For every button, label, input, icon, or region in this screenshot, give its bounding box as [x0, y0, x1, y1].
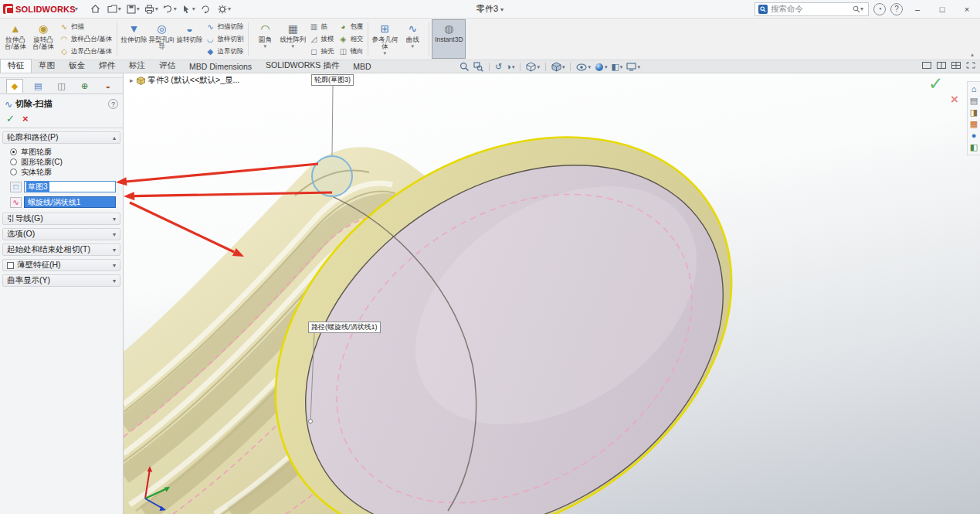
mirror-button[interactable]: ◫镜向: [336, 46, 365, 57]
apply-scene-icon[interactable]: ◧▾: [611, 63, 622, 71]
appearance-caret-icon[interactable]: ▾: [605, 64, 608, 70]
profile-path-header[interactable]: 轮廓和路径(P) ▴: [2, 131, 120, 144]
tab-weldments[interactable]: 焊件: [92, 60, 122, 73]
two-view-icon[interactable]: [937, 62, 946, 69]
profile-selection-field[interactable]: 草图3: [24, 181, 116, 192]
zoom-fit-icon[interactable]: [459, 62, 470, 72]
curvature-display-header[interactable]: 曲率显示(Y) ▾: [2, 274, 120, 287]
profile-sketch-circle[interactable]: [312, 156, 352, 196]
window-minimize-button[interactable]: –: [907, 2, 927, 17]
home-icon[interactable]: [87, 2, 104, 16]
displaymanager-tab[interactable]: ◒: [100, 79, 117, 93]
previous-view-icon[interactable]: ↺: [495, 63, 502, 71]
reference-geometry-caret-icon[interactable]: ▾: [384, 51, 387, 56]
zoom-area-icon[interactable]: [473, 62, 483, 72]
configurationmanager-tab[interactable]: ◫: [53, 79, 70, 93]
instant3d-button[interactable]: ◍ Instant3D: [432, 19, 466, 59]
view-orientation-icon[interactable]: ▾: [526, 62, 540, 72]
help-icon[interactable]: ?: [890, 3, 903, 15]
curves-button[interactable]: ∿ 曲线 ▾: [398, 19, 426, 59]
thin-feature-checkbox[interactable]: [7, 262, 14, 269]
revolve-cut-button[interactable]: ◒ 旋转切除: [175, 19, 203, 59]
curves-caret-icon[interactable]: ▾: [412, 44, 415, 49]
display-style-caret-icon[interactable]: ▾: [562, 64, 565, 70]
collapse-chevron-icon[interactable]: ▴: [113, 134, 116, 141]
brand-caret-icon[interactable]: ▾: [75, 5, 78, 12]
hide-show-items-icon[interactable]: ▾: [576, 63, 591, 71]
tab-features[interactable]: 特征: [0, 59, 32, 73]
hole-wizard-button[interactable]: ◎ 异型孔向导: [148, 19, 175, 59]
expand-chevron-icon[interactable]: ▾: [113, 262, 116, 269]
intersect-button[interactable]: ◈相交: [336, 33, 365, 45]
expand-chevron-icon[interactable]: ▾: [113, 231, 116, 238]
linear-pattern-button[interactable]: ▦ 线性阵列 ▾: [279, 19, 307, 59]
breadcrumb[interactable]: ▸ 零件3 (默认<<默认>_显...: [130, 75, 239, 86]
display-style-icon[interactable]: ▾: [551, 62, 565, 72]
sketch-profile-option[interactable]: 草图轮廓: [10, 147, 117, 157]
tab-mbd-dimensions[interactable]: MBD Dimensions: [182, 61, 259, 73]
guide-curves-header[interactable]: 引导线(G) ▾: [2, 213, 120, 225]
edit-appearance-icon[interactable]: ▾: [595, 63, 608, 72]
thin-feature-header[interactable]: 薄壁特征(H) ▾: [2, 259, 120, 271]
ribbon-collapse-icon[interactable]: ▴: [971, 51, 974, 58]
revolve-boss-button[interactable]: ◉ 旋转凸台/基体: [29, 19, 57, 59]
view-palette-icon[interactable]: ▦: [970, 120, 978, 128]
search-caret-icon[interactable]: ▾: [860, 5, 863, 12]
fillet-caret-icon[interactable]: ▾: [264, 44, 267, 49]
tab-sketch[interactable]: 草图: [32, 60, 62, 73]
extrude-boss-button[interactable]: ▲ 拉伸凸台/基体: [2, 19, 29, 59]
section-caret-icon[interactable]: ▾: [512, 64, 515, 70]
expand-chevron-icon[interactable]: ▾: [113, 277, 116, 284]
window-close-button[interactable]: ×: [957, 2, 977, 17]
custom-properties-icon[interactable]: ◧: [970, 143, 978, 151]
undo-caret-icon[interactable]: ▾: [174, 5, 177, 12]
featuremanager-tree-tab[interactable]: ▤: [29, 79, 46, 93]
single-view-icon[interactable]: [922, 62, 931, 69]
radio-circular-profile[interactable]: [10, 158, 17, 165]
linear-pattern-caret-icon[interactable]: ▾: [292, 44, 295, 49]
fullscreen-icon[interactable]: [966, 62, 975, 69]
expand-chevron-icon[interactable]: ▾: [113, 247, 116, 254]
hide-show-caret-icon[interactable]: ▾: [588, 64, 591, 70]
view-settings-icon[interactable]: ▾: [626, 63, 640, 71]
design-library-icon[interactable]: ▤: [970, 97, 978, 105]
sweep-boss-button[interactable]: ∿扫描: [57, 21, 114, 32]
rebuild-icon[interactable]: [197, 2, 214, 16]
draft-button[interactable]: ◿拔模: [307, 33, 336, 45]
expand-chevron-icon[interactable]: ▾: [113, 216, 116, 223]
save-caret-icon[interactable]: ▾: [137, 5, 140, 12]
open-caret-icon[interactable]: ▾: [118, 5, 121, 12]
tangency-header[interactable]: 起始处和结束处相切(T) ▾: [2, 243, 120, 256]
home-tab-icon[interactable]: ⌂: [972, 85, 977, 94]
solid-profile-option[interactable]: 实体轮廓: [10, 167, 117, 177]
rib-button[interactable]: ▥筋: [307, 21, 336, 32]
boundary-boss-button[interactable]: ◇边界凸台/基体: [57, 46, 114, 57]
graphics-area[interactable]: ▸ 零件3 (默认<<默认>_显... 轮廓(草图3) 路径(螺旋线/涡状线1)…: [124, 73, 980, 514]
tab-solidworks-addins[interactable]: SOLIDWORKS 插件: [259, 60, 346, 73]
view-orientation-caret-icon[interactable]: ▾: [537, 64, 540, 70]
part-3d-model[interactable]: [124, 73, 980, 514]
tab-sheet-metal[interactable]: 钣金: [62, 60, 92, 73]
view-settings-caret-icon[interactable]: ▾: [637, 64, 640, 70]
extrude-cut-button[interactable]: ▼ 拉伸切除: [120, 19, 148, 59]
boundary-cut-button[interactable]: ◆边界切除: [203, 46, 246, 57]
radio-solid-profile[interactable]: [10, 168, 17, 175]
loft-boss-button[interactable]: ◠放样凸台/基体: [57, 33, 114, 45]
user-account-icon[interactable]: ◔: [873, 3, 886, 15]
sweep-cut-button[interactable]: ∿扫描切除: [203, 21, 246, 32]
pm-help-icon[interactable]: ?: [108, 99, 118, 109]
section-view-icon[interactable]: ◑▾: [506, 63, 514, 71]
dimxpertmanager-tab[interactable]: ⊕: [76, 79, 93, 93]
propertymanager-tab[interactable]: ◆: [6, 79, 23, 93]
confirm-cancel-button[interactable]: ×: [951, 92, 958, 107]
pm-cancel-button[interactable]: ×: [22, 113, 29, 124]
reference-geometry-button[interactable]: ⊞ 参考几何体 ▾: [371, 19, 398, 59]
four-view-icon[interactable]: [951, 62, 961, 69]
search-icon[interactable]: [853, 5, 860, 13]
options-header[interactable]: 选项(O) ▾: [2, 228, 120, 240]
appearances-icon[interactable]: ●: [972, 131, 977, 140]
shell-button[interactable]: ◻抽壳: [307, 46, 336, 57]
file-explorer-icon[interactable]: ◨: [970, 108, 978, 117]
print-caret-icon[interactable]: ▾: [155, 5, 158, 12]
window-maximize-button[interactable]: □: [932, 2, 952, 17]
